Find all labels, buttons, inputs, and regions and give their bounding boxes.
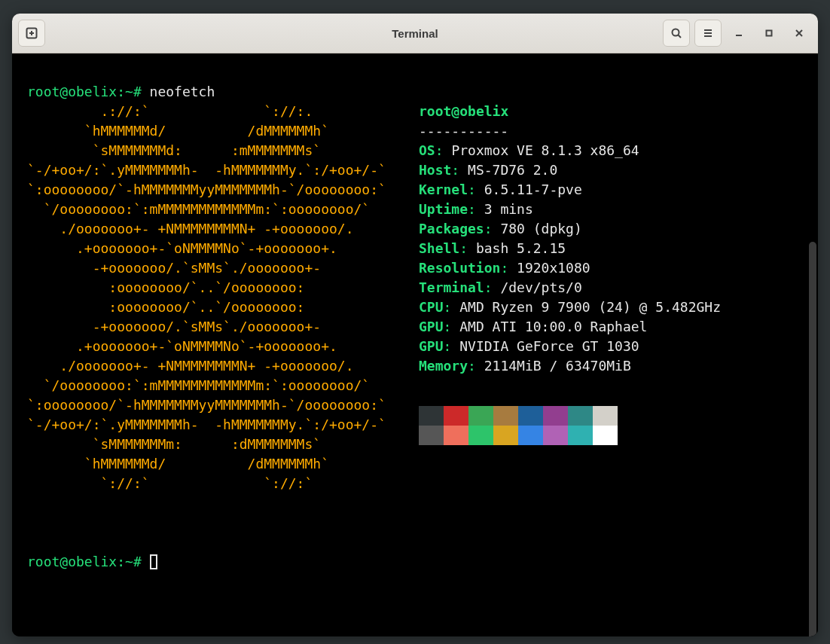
new-tab-button[interactable]: [18, 20, 45, 47]
swatch: [419, 406, 444, 426]
command-text: neofetch: [150, 84, 215, 99]
swatch: [543, 406, 568, 426]
prompt-line: root@obelix:~#: [27, 84, 150, 99]
info-header: root@obelix: [419, 103, 508, 119]
maximize-button[interactable]: [756, 20, 782, 46]
info-line: GPU: AMD ATI 10:00.0 Raphael: [419, 317, 721, 337]
swatch: [493, 426, 518, 445]
maximize-icon: [764, 28, 774, 38]
info-line: CPU: AMD Ryzen 9 7900 (24) @ 5.482GHz: [419, 298, 721, 317]
swatch: [419, 426, 444, 445]
cursor: [150, 554, 157, 569]
svg-rect-9: [767, 31, 772, 36]
plus-box-icon: [26, 27, 38, 39]
swatch: [593, 426, 618, 445]
info-line: Kernel: 6.5.11-7-pve: [419, 180, 721, 200]
terminal-window: Terminal root@obelix:~# neofetch .://:` …: [12, 14, 818, 636]
neofetch-info: root@obelix ----------- OS: Proxmox VE 8…: [419, 82, 721, 465]
minimize-icon: [734, 28, 744, 38]
swatch: [444, 426, 468, 445]
info-separator: -----------: [419, 123, 508, 139]
swatch: [518, 426, 543, 445]
swatch: [493, 406, 518, 426]
swatch: [568, 406, 593, 426]
close-button[interactable]: [786, 20, 812, 46]
prompt-idle: root@obelix:~#: [27, 552, 803, 572]
swatch: [444, 406, 468, 426]
color-swatches: [419, 406, 721, 445]
svg-line-4: [679, 35, 682, 38]
titlebar: Terminal: [12, 14, 818, 53]
svg-point-3: [673, 29, 679, 36]
scrollbar[interactable]: [809, 242, 816, 636]
terminal-content: root@obelix:~# neofetch .://:` `://:. `h…: [27, 63, 803, 636]
menu-button[interactable]: [694, 20, 722, 47]
terminal-viewport[interactable]: root@obelix:~# neofetch .://:` `://:. `h…: [12, 53, 818, 636]
info-line: OS: Proxmox VE 8.1.3 x86_64: [419, 141, 721, 160]
search-button[interactable]: [663, 20, 690, 47]
info-line: Memory: 2114MiB / 63470MiB: [419, 356, 721, 376]
info-line: Terminal: /dev/pts/0: [419, 278, 721, 298]
info-line: Resolution: 1920x1080: [419, 258, 721, 278]
swatch: [468, 406, 493, 426]
info-line: Shell: bash 5.2.15: [419, 239, 721, 258]
info-line: GPU: NVIDIA GeForce GT 1030: [419, 337, 721, 356]
swatch: [543, 426, 568, 445]
info-line: Host: MS-7D76 2.0: [419, 160, 721, 180]
minimize-button[interactable]: [726, 20, 752, 46]
swatch: [568, 426, 593, 445]
swatch: [593, 406, 618, 426]
swatch: [518, 406, 543, 426]
search-icon: [670, 27, 682, 39]
close-icon: [794, 28, 804, 38]
info-line: Packages: 780 (dpkg): [419, 219, 721, 239]
swatch: [468, 426, 493, 445]
hamburger-icon: [702, 27, 714, 39]
info-line: Uptime: 3 mins: [419, 200, 721, 219]
